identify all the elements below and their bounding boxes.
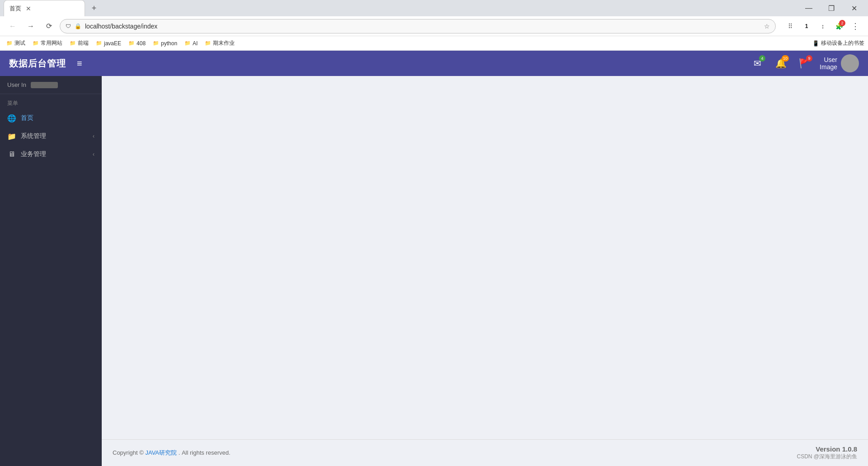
sidebar-item-home[interactable]: 🌐 首页: [0, 109, 102, 127]
bookmark-label: 前端: [78, 39, 89, 47]
folder-icon: 📁: [33, 40, 39, 46]
browser-nav-right: ⠿ 1 ↕ 🧩 2 ⋮: [783, 19, 863, 33]
mobile-bookmarks-button[interactable]: 📱 移动设备上的书签: [812, 39, 864, 47]
app-logo: 数据后台管理: [9, 57, 66, 70]
bookmark-ai[interactable]: 📁 AI: [182, 39, 200, 48]
footer-link[interactable]: JAVA研究院: [145, 449, 177, 456]
bookmark-label: AI: [193, 40, 198, 47]
bookmark-label: 期末作业: [213, 39, 235, 47]
active-tab[interactable]: 首页 ✕: [4, 0, 85, 16]
home-icon: 🌐: [7, 114, 16, 123]
app-body: User In 菜单 🌐 首页 📁 系统管理 ‹ 🖥 业务管理 ‹: [0, 76, 868, 466]
mobile-icon: 📱: [812, 40, 819, 47]
user-image-label: Image: [820, 63, 837, 71]
mail-button[interactable]: ✉ 4: [749, 55, 765, 71]
sidebar-item-system-management[interactable]: 📁 系统管理 ‹: [0, 127, 102, 145]
flag-badge: 9: [806, 55, 812, 62]
bookmark-frontend[interactable]: 📁 前端: [67, 38, 91, 48]
folder-icon: 📁: [6, 40, 13, 46]
tab-close-button[interactable]: ✕: [25, 5, 32, 12]
hamburger-button[interactable]: ≡: [77, 58, 82, 69]
user-info[interactable]: User Image: [820, 54, 859, 72]
bookmark-label: python: [161, 40, 177, 47]
bookmark-test[interactable]: 📁 测试: [4, 38, 28, 48]
sidebar-user-label: User In: [7, 81, 26, 88]
app-wrapper: 数据后台管理 ≡ ✉ 4 🔔 10 🚩 9 User: [0, 51, 868, 466]
app-footer: Copyright © JAVA研究院 . All rights reserve…: [102, 439, 868, 466]
addon-button[interactable]: 🧩 2: [832, 19, 846, 33]
bookmark-python[interactable]: 📁 python: [150, 39, 180, 48]
address-bar[interactable]: 🛡 🔒 localhost/backstage/index ☆: [60, 19, 776, 33]
bell-badge: 10: [782, 55, 789, 62]
main-content: Copyright © JAVA研究院 . All rights reserve…: [102, 76, 868, 466]
folder-icon: 📁: [96, 40, 102, 46]
sync-button[interactable]: ↕: [816, 19, 830, 33]
sidebar-section-label: 菜单: [0, 94, 102, 109]
folder-icon: 📁: [128, 40, 135, 46]
chevron-right-icon: ‹: [93, 133, 94, 139]
tab-bar: 首页 ✕ +: [4, 0, 101, 16]
bookmark-final-project[interactable]: 📁 期末作业: [202, 38, 237, 48]
navigation-bar: ← → ⟳ 🛡 🔒 localhost/backstage/index ☆ ⠿ …: [0, 16, 868, 36]
address-text: localhost/backstage/index: [85, 23, 760, 30]
bookmark-javaee[interactable]: 📁 javaEE: [93, 39, 124, 48]
security-icon: 🛡: [66, 23, 71, 29]
csdn-label: CSDN @深海里游泳的鱼: [797, 453, 857, 461]
sidebar-item-business-management[interactable]: 🖥 业务管理 ‹: [0, 145, 102, 163]
menu-button[interactable]: ⋮: [848, 19, 863, 33]
tab-title: 首页: [9, 5, 21, 13]
bookmark-label: javaEE: [104, 40, 121, 47]
title-bar: 首页 ✕ + — ❐ ✕: [0, 0, 868, 16]
back-button[interactable]: ←: [5, 19, 20, 33]
bookmark-star-icon[interactable]: ☆: [764, 23, 770, 30]
forward-button[interactable]: →: [24, 19, 38, 33]
bookmark-label: 408: [137, 40, 146, 47]
extensions-button[interactable]: ⠿: [783, 19, 797, 33]
user-name: User: [824, 56, 837, 63]
version-label: Version 1.0.8: [797, 445, 857, 453]
mobile-bookmarks-label: 移动设备上的书签: [821, 39, 864, 47]
sidebar-system-label: 系统管理: [21, 132, 88, 140]
window-controls: — ❐ ✕: [798, 0, 864, 16]
footer-right: Version 1.0.8 CSDN @深海里游泳的鱼: [797, 445, 857, 461]
chevron-right-icon: ‹: [93, 151, 94, 157]
lock-icon: 🔒: [75, 23, 81, 29]
profile-button[interactable]: 1: [799, 19, 814, 33]
mail-badge: 4: [759, 55, 765, 62]
sidebar-business-label: 业务管理: [21, 150, 88, 158]
copyright-text: Copyright ©: [113, 449, 144, 456]
flag-button[interactable]: 🚩 9: [796, 55, 812, 71]
app-header: 数据后台管理 ≡ ✉ 4 🔔 10 🚩 9 User: [0, 51, 868, 76]
maximize-button[interactable]: ❐: [821, 0, 842, 16]
bookmark-common-sites[interactable]: 📁 常用网站: [30, 38, 65, 48]
main-inner: [102, 76, 868, 439]
addon-badge: 2: [839, 20, 845, 26]
bell-button[interactable]: 🔔 10: [773, 55, 789, 71]
user-avatar: [841, 54, 859, 72]
sidebar-user-area: User In: [0, 76, 102, 94]
header-right: ✉ 4 🔔 10 🚩 9 User Image: [749, 54, 859, 72]
reload-button[interactable]: ⟳: [42, 19, 56, 33]
folder-icon: 📁: [70, 40, 76, 46]
minimize-button[interactable]: —: [798, 0, 819, 16]
sidebar-home-label: 首页: [21, 114, 94, 122]
bookmark-label: 常用网站: [41, 39, 62, 47]
bookmarks-bar: 📁 测试 📁 常用网站 📁 前端 📁 javaEE 📁 408 📁 python…: [0, 36, 868, 51]
close-button[interactable]: ✕: [844, 0, 864, 16]
folder-icon: 📁: [153, 40, 159, 46]
sidebar-username-blurred: [31, 82, 58, 88]
footer-copyright: Copyright © JAVA研究院 . All rights reserve…: [113, 449, 231, 457]
footer-rights: . All rights reserved.: [179, 449, 231, 456]
monitor-icon: 🖥: [7, 150, 16, 159]
folder-icon: 📁: [184, 40, 191, 46]
folder-icon: 📁: [7, 132, 16, 141]
bookmark-label: 测试: [14, 39, 25, 47]
folder-icon: 📁: [205, 40, 211, 46]
bookmark-408[interactable]: 📁 408: [126, 39, 148, 48]
sidebar: User In 菜单 🌐 首页 📁 系统管理 ‹ 🖥 业务管理 ‹: [0, 76, 102, 466]
new-tab-button[interactable]: +: [87, 1, 101, 15]
